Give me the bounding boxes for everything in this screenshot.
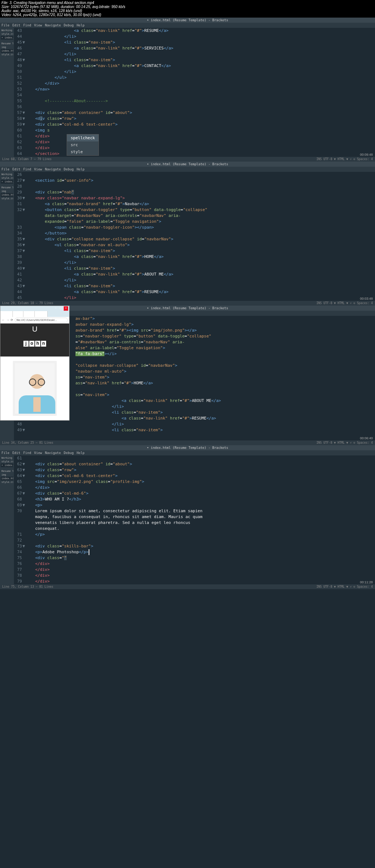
editor-panel-4: • index.html (Resume Template) - Bracket… [0, 445, 375, 589]
back-icon[interactable]: ← [2, 318, 5, 322]
browser-viewport: U john [0, 324, 69, 420]
sidebar-pitem[interactable]: img [1, 189, 13, 193]
browser-window[interactable]: − □ × React Boot John Lorem ← → ⟳ file:/… [0, 306, 70, 421]
autocomplete-item[interactable]: spellcheck [67, 134, 99, 141]
mediainfo-video: Video: h264, yuv420p, 1280x720, 812 kb/s… [1, 13, 374, 17]
sidebar-pitem[interactable]: style.css [1, 197, 13, 200]
sidebar[interactable]: Working Files style.css • index.html Res… [0, 28, 14, 157]
sidebar-pitem[interactable]: img [1, 473, 13, 477]
video-timestamp: 00:06:40 [360, 436, 373, 440]
logo-u: U [0, 324, 69, 333]
editor-panel-2: • index.html (Resume Template) - Bracket… [0, 162, 375, 306]
maximize-icon[interactable]: □ [59, 306, 63, 311]
titlebar: • index.html (Resume Template) - Bracket… [0, 18, 375, 23]
reload-icon[interactable]: ⟳ [11, 318, 13, 322]
sidebar-pitem[interactable]: style.css [1, 53, 13, 56]
menu-navigate[interactable]: Navigate [45, 167, 61, 171]
menu-help[interactable]: Help [77, 23, 85, 27]
menu-file[interactable]: File [1, 167, 10, 171]
status-left: Line 29, Column 10 — 79 Lines [2, 302, 53, 305]
sidebar-pitem[interactable]: style.css [1, 480, 13, 484]
mediainfo-file: File: 3. Creating Navigation menu and Ab… [1, 1, 374, 5]
sidebar-pitem[interactable]: img [1, 45, 13, 49]
browser-tab[interactable]: React [0, 311, 13, 317]
menu-edit[interactable]: Edit [12, 23, 21, 27]
menu-file[interactable]: File [1, 451, 10, 455]
video-timestamp: 00:11:28 [360, 580, 373, 584]
statusbar: Line 34, Column 25 — 81 Lines INS UTF-8 … [0, 440, 375, 445]
sidebar-file[interactable]: style.css [1, 460, 13, 463]
statusbar: Line 29, Column 10 — 79 Lines INS UTF-8 … [0, 301, 375, 306]
sidebar-pitem[interactable]: index.html [1, 49, 13, 53]
profile-image [13, 361, 57, 416]
code-editor[interactable]: <div class="about container" id="about">… [28, 455, 375, 584]
titlebar: • index.html (Resume Template) - Bracket… [0, 445, 375, 450]
sidebar-file[interactable]: • index.html [1, 180, 13, 184]
gutter: 434445▼464748▼495051525354555657▼58▼59▼6… [14, 28, 28, 157]
menu-view[interactable]: View [34, 23, 42, 27]
autocomplete-item[interactable]: src [67, 141, 99, 148]
titlebar: • index.html (Resume Template) - Bracket… [0, 162, 375, 167]
menu-debug[interactable]: Debug [64, 167, 74, 171]
video-timestamp: 00:03:48 [360, 297, 373, 300]
sidebar-pitem[interactable]: index.html [1, 193, 13, 197]
autocomplete-popup[interactable]: spellcheck src style [67, 134, 99, 156]
status-right[interactable]: INS UTF-8 ▼ HTML ▼ ⚡ ⊙ Spaces: 4 [316, 441, 373, 444]
sidebar-header: Working Files [1, 29, 13, 32]
menu-find[interactable]: Find [23, 23, 31, 27]
menu-find[interactable]: Find [23, 167, 31, 171]
sidebar-header: Working Files [1, 456, 13, 460]
status-left: Line 34, Column 25 — 81 Lines [2, 441, 53, 444]
browser-tabs[interactable]: React Boot John Lorem [0, 311, 69, 317]
code-editor[interactable]: <section id="user-info"> <div class="nab… [28, 172, 375, 301]
url-input[interactable]: file:///C:/Users/MUSER/Deskt... [15, 318, 68, 322]
minimize-icon[interactable]: − [53, 306, 58, 311]
sidebar-project[interactable]: Resume Templa [1, 42, 13, 45]
code-editor[interactable]: av-bar">avbar navbar-expand-lg">avbar-br… [28, 316, 375, 440]
browser-tab[interactable]: Lorem [35, 311, 48, 317]
status-right[interactable]: INS UTF-8 ▼ HTML ▼ ⚡ ⊙ Spaces: 4 [316, 302, 373, 305]
sidebar[interactable]: Working Files style.css • index.html Res… [0, 455, 14, 584]
browser-urlbar[interactable]: ← → ⟳ file:///C:/Users/MUSER/Deskt... [0, 317, 69, 324]
hero-section: U john [0, 324, 69, 357]
sidebar[interactable]: Working Files style.css • index.html Res… [0, 172, 14, 301]
sidebar-project[interactable]: Resume Templa [1, 469, 13, 473]
menu-file[interactable]: File [1, 23, 10, 27]
autocomplete-item[interactable]: style [67, 148, 99, 155]
menu-debug[interactable]: Debug [64, 23, 74, 27]
gutter: 2627▼282930▼3132▼333435▼36▼37▼383940▼414… [14, 172, 28, 301]
statusbar: Line 75, Column 13 — 81 Lines INS UTF-8 … [0, 584, 375, 589]
close-icon[interactable]: × [64, 306, 68, 311]
menu-help[interactable]: Help [77, 451, 85, 455]
sidebar-pitem[interactable]: index.html [1, 477, 13, 480]
menu-navigate[interactable]: Navigate [45, 451, 61, 455]
browser-titlebar[interactable]: − □ × [0, 306, 69, 311]
menubar[interactable]: File Edit Find View Navigate Debug Help [0, 23, 375, 28]
status-right[interactable]: INS UTF-8 ▼ HTML ▼ ⚡ ⊙ Spaces: 4 [316, 158, 373, 161]
sidebar-file[interactable]: • index.html [1, 36, 13, 40]
menu-navigate[interactable]: Navigate [45, 23, 61, 27]
forward-icon[interactable]: → [6, 318, 9, 322]
gutter: 6162▼63▼64▼656667▼6869▼70717273▼74757677… [14, 455, 28, 584]
sidebar-file[interactable]: style.css [1, 32, 13, 36]
status-left: Line 60, Column 7 — 79 Lines [2, 158, 52, 161]
sidebar-file[interactable]: style.css [1, 176, 13, 180]
menu-edit[interactable]: Edit [12, 167, 21, 171]
menu-debug[interactable]: Debug [64, 451, 74, 455]
editor-panel-3: • index.html (Resume Template) - Bracket… [0, 306, 375, 445]
menu-edit[interactable]: Edit [12, 451, 21, 455]
menu-find[interactable]: Find [23, 451, 31, 455]
status-right[interactable]: INS UTF-8 ▼ HTML ▼ ⚡ ⊙ Spaces: 4 [316, 585, 373, 588]
browser-tab[interactable]: John [23, 311, 34, 317]
menu-view[interactable]: View [34, 451, 42, 455]
menu-view[interactable]: View [34, 167, 42, 171]
profile-section [0, 357, 69, 420]
statusbar: Line 60, Column 7 — 79 Lines INS UTF-8 ▼… [0, 157, 375, 162]
mediainfo-audio: Audio: aac, 44100 Hz, stereo, s16, 128 k… [1, 9, 374, 13]
menubar[interactable]: File Edit Find View Navigate Debug Help [0, 450, 375, 455]
menubar[interactable]: File Edit Find View Navigate Debug Help [0, 167, 375, 172]
sidebar-file[interactable]: • index.html [1, 463, 13, 467]
sidebar-project[interactable]: Resume Templa [1, 186, 13, 189]
browser-tab[interactable]: Boot [13, 311, 23, 317]
menu-help[interactable]: Help [77, 167, 85, 171]
